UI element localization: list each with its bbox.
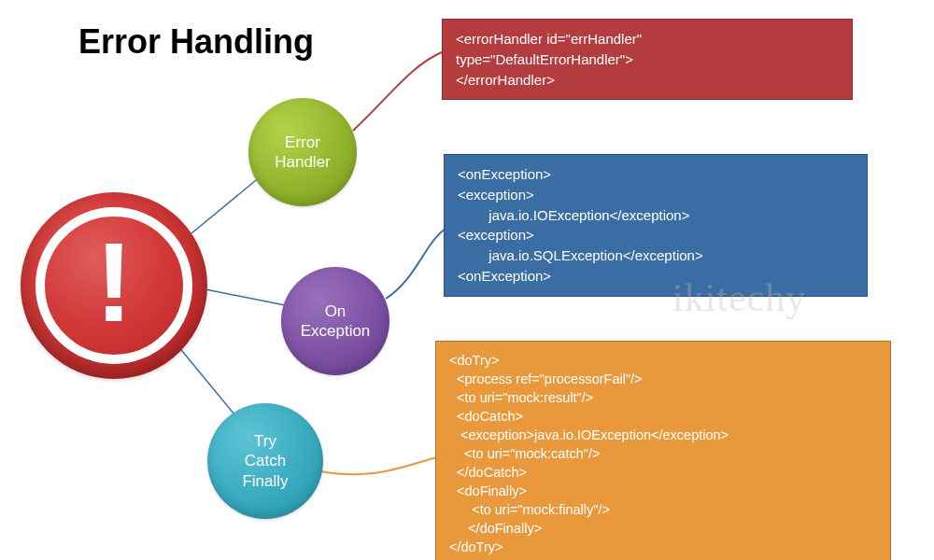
- diagram-title: Error Handling: [78, 22, 314, 62]
- codebox-do-try: <doTry> <process ref="processorFail"/> <…: [435, 341, 891, 560]
- node-try-catch-finally: Try Catch Finally: [207, 403, 323, 519]
- node-on-exception-label: On Exception: [301, 301, 371, 342]
- watermark-text: ikitechy: [672, 275, 806, 320]
- node-on-exception: On Exception: [281, 267, 389, 375]
- exclamation-icon: !: [95, 226, 133, 338]
- node-try-catch-finally-label: Try Catch Finally: [242, 431, 288, 491]
- node-error-handler-label: Error Handler: [275, 133, 331, 173]
- warning-ring: !: [35, 207, 192, 364]
- node-error-handler: Error Handler: [248, 98, 357, 206]
- codebox-error-handler: <errorHandler id="errHandler" type="Defa…: [442, 19, 853, 100]
- warning-icon: !: [21, 192, 207, 379]
